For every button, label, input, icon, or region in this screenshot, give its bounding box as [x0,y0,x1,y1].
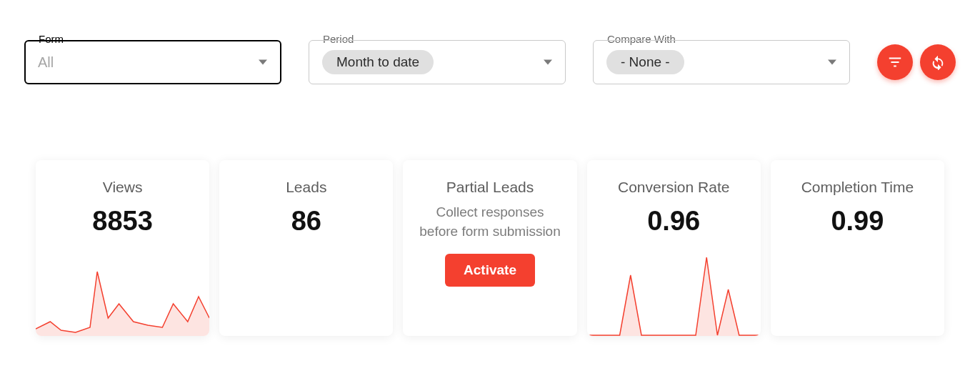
conversion-card[interactable]: Conversion Rate 0.96 [587,160,761,336]
views-card[interactable]: Views 8853 [36,160,209,336]
activate-button[interactable]: Activate [445,254,535,287]
conversion-value: 0.96 [647,206,700,237]
compare-select-wrap: Compare With - None - [593,40,850,84]
leads-title: Leads [286,179,326,196]
leads-card[interactable]: Leads 86 [219,160,393,336]
completion-value: 0.99 [831,206,884,237]
views-title: Views [103,179,143,196]
period-select-wrap: Period Month to date [309,40,566,84]
compare-select-value: - None - [606,50,684,74]
filter-icon [887,54,903,70]
period-select[interactable]: Month to date [309,40,566,84]
form-select[interactable]: All [24,40,281,84]
filter-button[interactable] [877,44,913,80]
refresh-icon [930,54,946,70]
conversion-sparkline [587,250,761,336]
conversion-title: Conversion Rate [618,179,729,196]
partial-leads-card[interactable]: Partial Leads Collect responses before f… [403,160,576,336]
form-select-placeholder: All [38,54,54,71]
filters-row: Form All Period Month to date Compare Wi… [0,0,980,84]
completion-title: Completion Time [801,179,914,196]
partial-leads-desc: Collect responses before form submission [403,203,576,241]
compare-select[interactable]: - None - [593,40,850,84]
chevron-down-icon [259,60,267,65]
chevron-down-icon [828,60,836,65]
leads-value: 86 [291,206,321,237]
views-sparkline [36,250,209,336]
action-buttons [877,44,956,80]
period-select-value: Month to date [322,50,434,74]
views-value: 8853 [92,206,153,237]
cards-row: Views 8853 Leads 86 Partial Leads Collec… [0,84,980,336]
partial-leads-title: Partial Leads [446,179,534,196]
form-select-wrap: Form All [24,40,281,84]
refresh-button[interactable] [920,44,956,80]
chevron-down-icon [544,60,552,65]
completion-card[interactable]: Completion Time 0.99 [771,160,944,336]
